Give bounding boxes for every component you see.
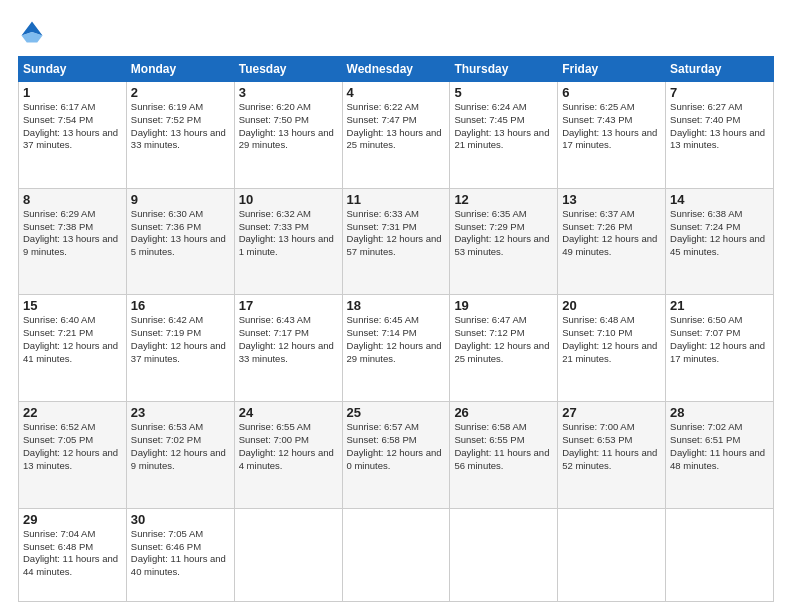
calendar-cell: 28Sunrise: 7:02 AMSunset: 6:51 PMDayligh… [666,402,774,509]
calendar-cell: 21Sunrise: 6:50 AMSunset: 7:07 PMDayligh… [666,295,774,402]
calendar-cell: 20Sunrise: 6:48 AMSunset: 7:10 PMDayligh… [558,295,666,402]
calendar-cell: 12Sunrise: 6:35 AMSunset: 7:29 PMDayligh… [450,188,558,295]
cell-text: Sunrise: 6:35 AMSunset: 7:29 PMDaylight:… [454,208,549,257]
day-number: 23 [131,405,230,420]
cell-text: Sunrise: 6:43 AMSunset: 7:17 PMDaylight:… [239,314,334,363]
cell-text: Sunrise: 6:30 AMSunset: 7:36 PMDaylight:… [131,208,226,257]
day-number: 7 [670,85,769,100]
cell-text: Sunrise: 6:32 AMSunset: 7:33 PMDaylight:… [239,208,334,257]
cell-text: Sunrise: 6:48 AMSunset: 7:10 PMDaylight:… [562,314,657,363]
day-number: 17 [239,298,338,313]
cell-text: Sunrise: 6:37 AMSunset: 7:26 PMDaylight:… [562,208,657,257]
day-number: 26 [454,405,553,420]
logo [18,18,50,46]
cell-text: Sunrise: 6:20 AMSunset: 7:50 PMDaylight:… [239,101,334,150]
calendar-cell: 2Sunrise: 6:19 AMSunset: 7:52 PMDaylight… [126,82,234,189]
day-number: 22 [23,405,122,420]
calendar-cell: 13Sunrise: 6:37 AMSunset: 7:26 PMDayligh… [558,188,666,295]
cell-text: Sunrise: 7:00 AMSunset: 6:53 PMDaylight:… [562,421,657,470]
calendar-cell: 29Sunrise: 7:04 AMSunset: 6:48 PMDayligh… [19,508,127,601]
day-number: 5 [454,85,553,100]
day-header-sunday: Sunday [19,57,127,82]
cell-text: Sunrise: 6:40 AMSunset: 7:21 PMDaylight:… [23,314,118,363]
calendar-cell: 17Sunrise: 6:43 AMSunset: 7:17 PMDayligh… [234,295,342,402]
calendar-cell [234,508,342,601]
calendar-cell: 11Sunrise: 6:33 AMSunset: 7:31 PMDayligh… [342,188,450,295]
day-number: 11 [347,192,446,207]
day-number: 25 [347,405,446,420]
calendar-cell: 24Sunrise: 6:55 AMSunset: 7:00 PMDayligh… [234,402,342,509]
calendar-cell: 15Sunrise: 6:40 AMSunset: 7:21 PMDayligh… [19,295,127,402]
calendar-table: SundayMondayTuesdayWednesdayThursdayFrid… [18,56,774,602]
cell-text: Sunrise: 6:24 AMSunset: 7:45 PMDaylight:… [454,101,549,150]
day-number: 29 [23,512,122,527]
calendar-cell: 27Sunrise: 7:00 AMSunset: 6:53 PMDayligh… [558,402,666,509]
day-number: 14 [670,192,769,207]
day-number: 18 [347,298,446,313]
day-number: 10 [239,192,338,207]
cell-text: Sunrise: 6:22 AMSunset: 7:47 PMDaylight:… [347,101,442,150]
day-header-friday: Friday [558,57,666,82]
calendar-cell [342,508,450,601]
day-number: 1 [23,85,122,100]
cell-text: Sunrise: 6:38 AMSunset: 7:24 PMDaylight:… [670,208,765,257]
calendar-cell: 7Sunrise: 6:27 AMSunset: 7:40 PMDaylight… [666,82,774,189]
day-number: 3 [239,85,338,100]
day-number: 9 [131,192,230,207]
calendar-cell: 14Sunrise: 6:38 AMSunset: 7:24 PMDayligh… [666,188,774,295]
calendar-cell: 3Sunrise: 6:20 AMSunset: 7:50 PMDaylight… [234,82,342,189]
cell-text: Sunrise: 6:52 AMSunset: 7:05 PMDaylight:… [23,421,118,470]
day-number: 12 [454,192,553,207]
day-number: 19 [454,298,553,313]
day-number: 24 [239,405,338,420]
day-number: 4 [347,85,446,100]
calendar-cell: 30Sunrise: 7:05 AMSunset: 6:46 PMDayligh… [126,508,234,601]
calendar-cell: 22Sunrise: 6:52 AMSunset: 7:05 PMDayligh… [19,402,127,509]
day-number: 15 [23,298,122,313]
day-number: 6 [562,85,661,100]
cell-text: Sunrise: 6:27 AMSunset: 7:40 PMDaylight:… [670,101,765,150]
calendar-cell: 1Sunrise: 6:17 AMSunset: 7:54 PMDaylight… [19,82,127,189]
calendar-cell: 9Sunrise: 6:30 AMSunset: 7:36 PMDaylight… [126,188,234,295]
day-header-saturday: Saturday [666,57,774,82]
day-number: 27 [562,405,661,420]
day-number: 16 [131,298,230,313]
calendar-cell: 19Sunrise: 6:47 AMSunset: 7:12 PMDayligh… [450,295,558,402]
day-number: 13 [562,192,661,207]
day-number: 21 [670,298,769,313]
day-number: 30 [131,512,230,527]
cell-text: Sunrise: 6:33 AMSunset: 7:31 PMDaylight:… [347,208,442,257]
cell-text: Sunrise: 6:57 AMSunset: 6:58 PMDaylight:… [347,421,442,470]
calendar-cell: 5Sunrise: 6:24 AMSunset: 7:45 PMDaylight… [450,82,558,189]
cell-text: Sunrise: 6:50 AMSunset: 7:07 PMDaylight:… [670,314,765,363]
cell-text: Sunrise: 6:29 AMSunset: 7:38 PMDaylight:… [23,208,118,257]
cell-text: Sunrise: 6:19 AMSunset: 7:52 PMDaylight:… [131,101,226,150]
day-number: 8 [23,192,122,207]
day-header-wednesday: Wednesday [342,57,450,82]
cell-text: Sunrise: 6:17 AMSunset: 7:54 PMDaylight:… [23,101,118,150]
calendar-cell: 18Sunrise: 6:45 AMSunset: 7:14 PMDayligh… [342,295,450,402]
calendar-cell: 23Sunrise: 6:53 AMSunset: 7:02 PMDayligh… [126,402,234,509]
day-header-tuesday: Tuesday [234,57,342,82]
day-number: 2 [131,85,230,100]
day-header-thursday: Thursday [450,57,558,82]
header [18,18,774,46]
calendar-cell [450,508,558,601]
cell-text: Sunrise: 6:47 AMSunset: 7:12 PMDaylight:… [454,314,549,363]
day-number: 20 [562,298,661,313]
cell-text: Sunrise: 6:42 AMSunset: 7:19 PMDaylight:… [131,314,226,363]
day-header-monday: Monday [126,57,234,82]
cell-text: Sunrise: 6:25 AMSunset: 7:43 PMDaylight:… [562,101,657,150]
cell-text: Sunrise: 7:04 AMSunset: 6:48 PMDaylight:… [23,528,118,577]
logo-icon [18,18,46,46]
page: SundayMondayTuesdayWednesdayThursdayFrid… [0,0,792,612]
cell-text: Sunrise: 6:55 AMSunset: 7:00 PMDaylight:… [239,421,334,470]
cell-text: Sunrise: 7:02 AMSunset: 6:51 PMDaylight:… [670,421,765,470]
day-number: 28 [670,405,769,420]
calendar-cell: 16Sunrise: 6:42 AMSunset: 7:19 PMDayligh… [126,295,234,402]
cell-text: Sunrise: 6:53 AMSunset: 7:02 PMDaylight:… [131,421,226,470]
calendar-cell: 10Sunrise: 6:32 AMSunset: 7:33 PMDayligh… [234,188,342,295]
calendar-cell [558,508,666,601]
calendar-cell [666,508,774,601]
calendar-cell: 4Sunrise: 6:22 AMSunset: 7:47 PMDaylight… [342,82,450,189]
